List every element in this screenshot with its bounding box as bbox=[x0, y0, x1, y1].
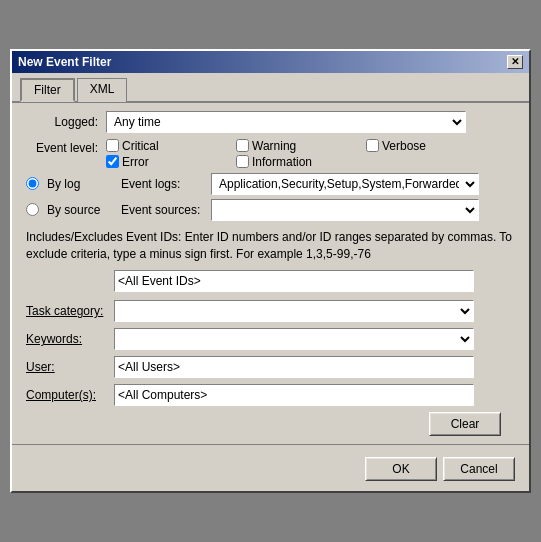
user-label: User: bbox=[26, 360, 114, 374]
critical-label: Critical bbox=[122, 139, 159, 153]
task-category-row: Task category: bbox=[26, 300, 515, 322]
error-label: Error bbox=[122, 155, 149, 169]
error-checkbox[interactable] bbox=[106, 155, 119, 168]
logged-select[interactable]: Any time bbox=[106, 111, 466, 133]
by-source-radio[interactable] bbox=[26, 203, 39, 216]
event-logs-label: Event logs: bbox=[121, 177, 201, 191]
user-row: User: bbox=[26, 356, 515, 378]
event-ids-row bbox=[26, 270, 515, 292]
keywords-select[interactable] bbox=[114, 328, 474, 350]
information-checkbox[interactable] bbox=[236, 155, 249, 168]
cancel-button[interactable]: Cancel bbox=[443, 457, 515, 481]
checkbox-row-2: Error Information bbox=[106, 155, 486, 169]
window-title: New Event Filter bbox=[18, 55, 111, 69]
by-log-label: By log bbox=[47, 177, 117, 191]
information-label: Information bbox=[252, 155, 312, 169]
computer-label: Computer(s): bbox=[26, 388, 114, 402]
logged-label: Logged: bbox=[26, 115, 106, 129]
checkbox-warning: Warning bbox=[236, 139, 356, 153]
description-text: Includes/Excludes Event IDs: Enter ID nu… bbox=[26, 229, 515, 263]
event-logs-select[interactable]: Application,Security,Setup,System,Forwar… bbox=[211, 173, 479, 195]
event-sources-label: Event sources: bbox=[121, 203, 201, 217]
computer-input[interactable] bbox=[114, 384, 474, 406]
task-category-select[interactable] bbox=[114, 300, 474, 322]
warning-label: Warning bbox=[252, 139, 296, 153]
event-sources-select[interactable] bbox=[211, 199, 479, 221]
critical-checkbox[interactable] bbox=[106, 139, 119, 152]
ok-button[interactable]: OK bbox=[365, 457, 437, 481]
by-log-row: By log Event logs: Application,Security,… bbox=[26, 173, 515, 195]
keywords-label: Keywords: bbox=[26, 332, 114, 346]
by-log-radio[interactable] bbox=[26, 177, 39, 190]
logged-row: Logged: Any time bbox=[26, 111, 515, 133]
close-button[interactable]: ✕ bbox=[507, 55, 523, 69]
verbose-label: Verbose bbox=[382, 139, 426, 153]
checkboxes-container: Critical Warning Verbose Error bbox=[106, 139, 486, 169]
task-category-label: Task category: bbox=[26, 304, 114, 318]
clear-row: Clear bbox=[26, 412, 515, 436]
checkbox-verbose: Verbose bbox=[366, 139, 486, 153]
tab-bar: Filter XML bbox=[12, 73, 529, 103]
event-level-label: Event level: bbox=[26, 139, 106, 155]
event-ids-input[interactable] bbox=[114, 270, 474, 292]
checkbox-row-1: Critical Warning Verbose bbox=[106, 139, 486, 153]
checkbox-error: Error bbox=[106, 155, 226, 169]
title-bar: New Event Filter ✕ bbox=[12, 51, 529, 73]
window: New Event Filter ✕ Filter XML Logged: An… bbox=[10, 49, 531, 494]
checkbox-critical: Critical bbox=[106, 139, 226, 153]
verbose-checkbox[interactable] bbox=[366, 139, 379, 152]
warning-checkbox[interactable] bbox=[236, 139, 249, 152]
tab-xml[interactable]: XML bbox=[77, 78, 128, 102]
checkbox-information: Information bbox=[236, 155, 356, 169]
tab-filter[interactable]: Filter bbox=[20, 78, 75, 102]
clear-button[interactable]: Clear bbox=[429, 412, 501, 436]
by-source-row: By source Event sources: bbox=[26, 199, 515, 221]
computer-row: Computer(s): bbox=[26, 384, 515, 406]
user-input[interactable] bbox=[114, 356, 474, 378]
bottom-buttons: OK Cancel bbox=[12, 451, 529, 491]
by-source-label: By source bbox=[47, 203, 117, 217]
keywords-row: Keywords: bbox=[26, 328, 515, 350]
radio-section: By log Event logs: Application,Security,… bbox=[26, 173, 515, 221]
event-level-row: Event level: Critical Warning Verbose bbox=[26, 139, 515, 169]
